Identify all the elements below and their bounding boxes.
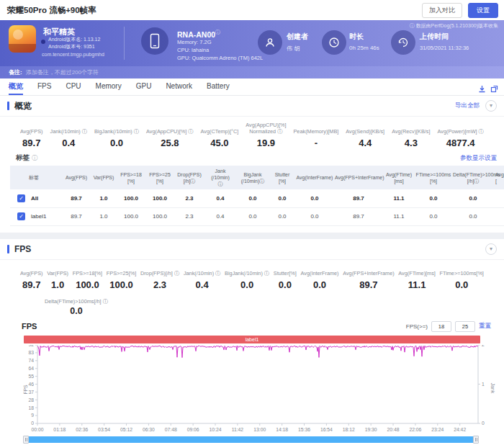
info-icon[interactable]: ⓘ: [32, 154, 37, 162]
download-icon[interactable]: [478, 83, 486, 96]
stat-label-line: Stutter[%]: [274, 271, 297, 277]
overview-section-header: 概览 导出全部 ▾: [0, 96, 504, 117]
column-header: Drop(FPS)[/h]ⓘ: [174, 166, 204, 189]
note-label: 备注:: [9, 68, 22, 76]
overview-title: 概览: [14, 100, 32, 112]
svg-text:01:18: 01:18: [53, 427, 66, 432]
header-divider: [124, 27, 125, 60]
tab-Battery[interactable]: Battery: [207, 78, 230, 95]
stat-value: 89.7: [20, 138, 43, 148]
cell: 0.0: [236, 189, 269, 207]
tab-GPU[interactable]: GPU: [136, 78, 152, 95]
info-icon[interactable]: ⓘ: [215, 30, 220, 35]
cell: 0.0: [295, 207, 334, 225]
svg-text:37: 37: [28, 390, 34, 395]
col-label-line1: Delta(FTime)>100ms: [453, 171, 493, 178]
svg-text:46: 46: [28, 382, 34, 387]
tab-FPS[interactable]: FPS: [37, 78, 51, 95]
tab-CPU[interactable]: CPU: [66, 78, 81, 95]
stat-label: Avg(Recv)[KB/s]: [392, 122, 430, 135]
note-row: 备注: 添加备注，不超过200个字符: [0, 66, 504, 78]
row-checkbox[interactable]: ✓: [17, 212, 25, 220]
settings-button[interactable]: 设置: [468, 3, 498, 18]
fps-threshold-input-1[interactable]: [431, 321, 451, 332]
tab-Memory[interactable]: Memory: [96, 78, 122, 95]
svg-text:00:00: 00:00: [31, 427, 43, 432]
upload-time-label: 上传时间: [420, 32, 449, 42]
stat-label: Jank(/10min) ⓘ: [50, 122, 88, 135]
android-version-code: Android版本号: 9351: [48, 43, 95, 50]
stat-label: Avg(FTime)[ms]: [398, 264, 435, 277]
chart-range-scrollbar[interactable]: [24, 436, 478, 443]
stat-item: Avg(CTemp)[°C]45.0: [201, 122, 239, 148]
stat-value: 0.4: [184, 279, 221, 290]
svg-text:02:36: 02:36: [76, 427, 88, 432]
table-row-label1: ✓label189.71.0100.0100.02.30.40.00.00.08…: [10, 207, 504, 225]
compare-button[interactable]: 加入对比: [422, 3, 462, 18]
tab-Network[interactable]: Network: [166, 78, 192, 95]
stat-item: Jank(/10min) ⓘ0.4: [184, 264, 221, 290]
export-all-link[interactable]: 导出全部: [455, 102, 480, 110]
android-version-name: Android版本名: 1.13.12: [48, 36, 100, 43]
row-name-cell: ✓label1: [10, 207, 62, 225]
share-icon[interactable]: [490, 83, 498, 96]
svg-text:1: 1: [482, 382, 485, 387]
range-handle-left[interactable]: [23, 436, 29, 444]
label-table-wrap: 标签Avg(FPS)Var(FPS)FPS>=18[%]FPS>=25[%]Dr…: [10, 166, 504, 226]
overview-stats: Avg(FPS)89.7Jank(/10min) ⓘ0.4BigJank(/10…: [0, 117, 504, 148]
tab-概览[interactable]: 概览: [9, 78, 23, 95]
stat-value: 2.3: [140, 279, 179, 290]
stat-label-line: Avg(FPS): [20, 129, 43, 135]
collapse-fps-button[interactable]: ▾: [485, 243, 497, 255]
svg-text:19:30: 19:30: [365, 427, 377, 432]
cell: 100.0: [117, 189, 145, 207]
svg-text:03:54: 03:54: [98, 427, 110, 432]
cell: 0.0: [415, 207, 452, 225]
package-name: com.tencent.tmgp.pubgmhd: [42, 52, 104, 57]
stat-label-line2: Normalized ⓘ: [246, 129, 286, 135]
labels-title: 标签: [16, 153, 30, 163]
svg-text:14:18: 14:18: [276, 427, 288, 432]
cell: 0.0: [236, 207, 269, 225]
range-handle-right[interactable]: [473, 436, 479, 444]
col-label-line1: Avg(FPS): [63, 174, 90, 181]
stat-label: Avg(FPS+InterFrame): [343, 264, 394, 277]
svg-text:55: 55: [28, 374, 34, 379]
table-row-All: ✓All89.71.0100.0100.02.30.40.00.00.089.7…: [10, 189, 504, 207]
col-label-line2: [%]: [146, 178, 174, 184]
fps-threshold-input-2[interactable]: [455, 321, 475, 332]
fps-chart-svg[interactable]: 9283746455463728189021000:0001:1802:3603…: [22, 345, 497, 435]
section-accent-bar: [7, 102, 9, 110]
stat-label: Avg(AppCPU)[%]Normalized ⓘ: [246, 122, 286, 135]
stat-value: 4.3: [392, 138, 430, 148]
label1-band: label1: [24, 336, 480, 343]
stat-item: Drop(FPS)[/h] ⓘ2.3: [140, 264, 179, 290]
cell: 89.7: [62, 189, 91, 207]
stat-value: 0.0: [225, 279, 269, 290]
stat-label: Peak(Memory)[MB]: [294, 122, 339, 135]
cell: 89.7: [62, 207, 91, 225]
svg-text:74: 74: [28, 358, 34, 363]
param-display-settings-link[interactable]: 参数显示设置: [460, 154, 497, 163]
reset-link[interactable]: 重置: [479, 322, 491, 331]
col-label-line1: Jank (/10min): [205, 168, 235, 181]
stat-label-line: BigJank(/10min) ⓘ: [94, 129, 139, 135]
device-cpu: CPU: lahaina: [177, 47, 209, 53]
note-input[interactable]: 添加备注，不超过200个字符: [26, 68, 99, 76]
report-title: 荣耀50Pro 流畅+90帧率: [7, 5, 96, 16]
stat-item: BigJank(/10min) ⓘ0.0: [94, 122, 139, 148]
collapse-overview-button[interactable]: ▾: [485, 100, 497, 112]
cell: 11.1: [383, 189, 415, 207]
android-icon: [41, 40, 45, 44]
col-label-line1: Avg(FTime): [384, 171, 414, 178]
stat-label-line: Drop(FPS)[/h] ⓘ: [140, 271, 179, 277]
cell: 0.0: [452, 189, 494, 207]
stat-label: Avg(InterFrame): [301, 264, 339, 277]
stat-value: 4.4: [346, 138, 384, 148]
col-label-line1: FPS>=18: [117, 171, 145, 178]
col-label-line2: [%]: [117, 178, 145, 184]
cell: [494, 189, 504, 207]
cell: 0.4: [204, 189, 236, 207]
row-checkbox[interactable]: ✓: [17, 194, 25, 202]
label-table-header-row: 标签Avg(FPS)Var(FPS)FPS>=18[%]FPS>=25[%]Dr…: [10, 166, 504, 189]
